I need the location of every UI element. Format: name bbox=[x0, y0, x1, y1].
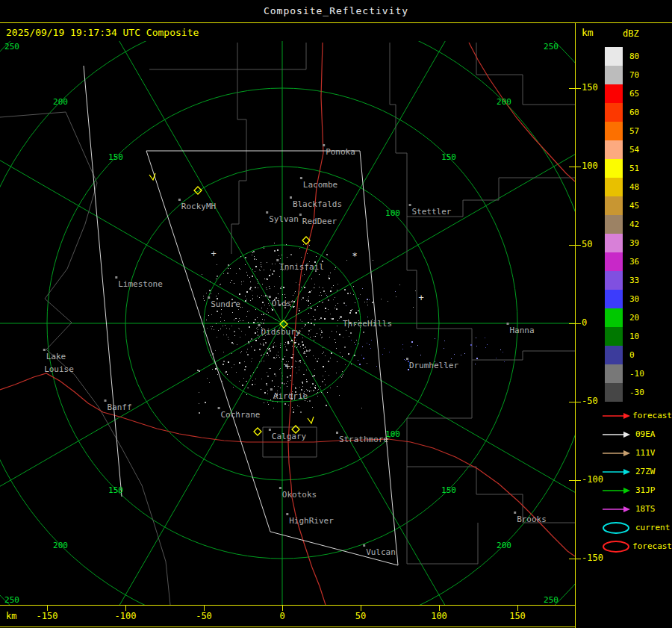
colorbar-row: 30 bbox=[605, 290, 671, 308]
city-marker-icon bbox=[218, 407, 220, 409]
city-marker-icon bbox=[43, 349, 46, 351]
city-marker-icon bbox=[208, 296, 210, 299]
city-marker-icon bbox=[178, 199, 181, 201]
svg-text:250: 250 bbox=[544, 595, 559, 605]
city-label: Lacombe bbox=[303, 180, 337, 190]
colorbar-value: 10 bbox=[629, 327, 639, 346]
city-label: Okotoks bbox=[282, 490, 317, 500]
city-marker-icon bbox=[270, 388, 273, 391]
colorbar-swatch bbox=[605, 234, 623, 252]
city-label: Innisfail bbox=[279, 262, 324, 272]
city-label: Ponoka bbox=[326, 147, 355, 157]
legend-arrow-icon bbox=[600, 464, 633, 479]
colorbar-row: -10 bbox=[605, 364, 671, 383]
city-marker-icon bbox=[363, 544, 365, 547]
bottom-axis-value: 0 bbox=[267, 611, 298, 621]
colorbar-value: 42 bbox=[629, 215, 639, 234]
right-axis-value: 50 bbox=[582, 239, 592, 249]
right-axis-tick bbox=[569, 402, 581, 402]
storm-legend: forecast09EA111V27ZW31JP18TScurrentforec… bbox=[600, 406, 672, 556]
colorbar-swatch bbox=[605, 364, 623, 383]
radar-site-diamond-icon bbox=[254, 428, 261, 435]
top-divider-line bbox=[0, 22, 672, 23]
legend-item: current bbox=[600, 518, 672, 537]
bottom-axis-value: -150 bbox=[31, 611, 63, 621]
colorbar-row: 39 bbox=[605, 234, 671, 252]
bottom-axis-unit-label: km bbox=[6, 611, 16, 621]
legend-arrow-icon bbox=[600, 502, 633, 517]
colorbar-title: dBZ bbox=[623, 28, 639, 39]
colorbar-value: 57 bbox=[629, 122, 639, 140]
radial-lines bbox=[0, 41, 575, 605]
city-marker-icon bbox=[340, 316, 342, 318]
legend-label: current bbox=[635, 523, 670, 532]
window-title: Composite_Reflectivity bbox=[0, 0, 672, 22]
colorbar-value: 51 bbox=[629, 159, 639, 178]
colorbar-row: 80 bbox=[605, 47, 671, 66]
city-marker-icon bbox=[269, 429, 271, 431]
city-marker-icon bbox=[323, 144, 325, 146]
timestamp-label: 2025/09/19 19:17:34 UTC Composite bbox=[6, 27, 199, 38]
colorbar-row: 51 bbox=[605, 159, 671, 178]
right-axis-tick bbox=[569, 88, 581, 89]
bottom-axis-value: -100 bbox=[110, 611, 141, 621]
svg-text:250: 250 bbox=[544, 42, 559, 52]
city-label: Brooks bbox=[517, 514, 547, 524]
city-marker-icon bbox=[300, 177, 302, 179]
bottom-axis-value: 100 bbox=[423, 611, 455, 621]
city-marker-icon bbox=[514, 512, 516, 514]
legend-item: 31JP bbox=[600, 481, 672, 500]
legend-label: forecast bbox=[632, 411, 672, 420]
city-marker-icon bbox=[409, 204, 411, 206]
colorbar-swatch bbox=[605, 252, 623, 271]
legend-item: forecast bbox=[600, 406, 672, 425]
legend-item: 09EA bbox=[600, 425, 672, 444]
city-marker-icon bbox=[105, 400, 107, 402]
right-axis-tick bbox=[569, 245, 581, 246]
colorbar-value: 39 bbox=[629, 234, 639, 252]
map-bottom-border bbox=[0, 605, 575, 606]
legend-label: 27ZW bbox=[635, 467, 656, 476]
svg-text:200: 200 bbox=[53, 541, 68, 550]
colorbar-swatch bbox=[605, 178, 623, 196]
colorbar-value: 65 bbox=[629, 84, 639, 103]
colorbar-swatch bbox=[605, 47, 623, 66]
city-marker-icon bbox=[258, 324, 261, 326]
right-axis-tick bbox=[569, 559, 581, 559]
right-axis-value: -50 bbox=[582, 396, 598, 406]
colorbar-value: 80 bbox=[629, 47, 639, 66]
city-label: RedDeer bbox=[302, 217, 337, 226]
city-marker-icon bbox=[507, 323, 509, 325]
legend-ellipse-icon bbox=[600, 539, 630, 554]
right-axis-value: 150 bbox=[582, 82, 598, 93]
city-marker-icon bbox=[266, 211, 268, 214]
city-label: Calgary bbox=[272, 432, 307, 441]
colorbar-value: 60 bbox=[629, 103, 639, 122]
colorbar-row: -30 bbox=[605, 383, 671, 402]
colorbar-row: 57 bbox=[605, 122, 671, 140]
city-label: Louise bbox=[44, 364, 74, 374]
city-marker-icon bbox=[406, 358, 408, 360]
bottom-axis-tick bbox=[204, 605, 205, 611]
city-label: RockyMH bbox=[181, 202, 216, 211]
legend-ellipse-icon bbox=[600, 520, 633, 535]
colorbar-row: 54 bbox=[605, 140, 671, 159]
colorbar-row: 65 bbox=[605, 84, 671, 103]
colorbar-value: 45 bbox=[629, 196, 639, 215]
colorbar-value: 48 bbox=[629, 178, 639, 196]
colorbar-swatch bbox=[605, 122, 623, 140]
legend-arrow-icon bbox=[600, 427, 633, 442]
bottom-axis-tick bbox=[125, 605, 126, 611]
bottom-axis-tick bbox=[517, 605, 518, 611]
legend-item: 18TS bbox=[600, 500, 672, 518]
plus-icon: + bbox=[284, 361, 290, 372]
right-axis-tick bbox=[569, 323, 581, 324]
colorbar-row: 70 bbox=[605, 66, 671, 84]
city-label: Stettler bbox=[412, 207, 452, 217]
colorbar-swatch bbox=[605, 308, 623, 327]
svg-text:150: 150 bbox=[441, 485, 456, 495]
svg-text:250: 250 bbox=[4, 595, 19, 605]
bottom-axis-tick bbox=[282, 605, 283, 611]
colorbar-value: -30 bbox=[629, 383, 644, 402]
colorbar-swatch bbox=[605, 271, 623, 290]
